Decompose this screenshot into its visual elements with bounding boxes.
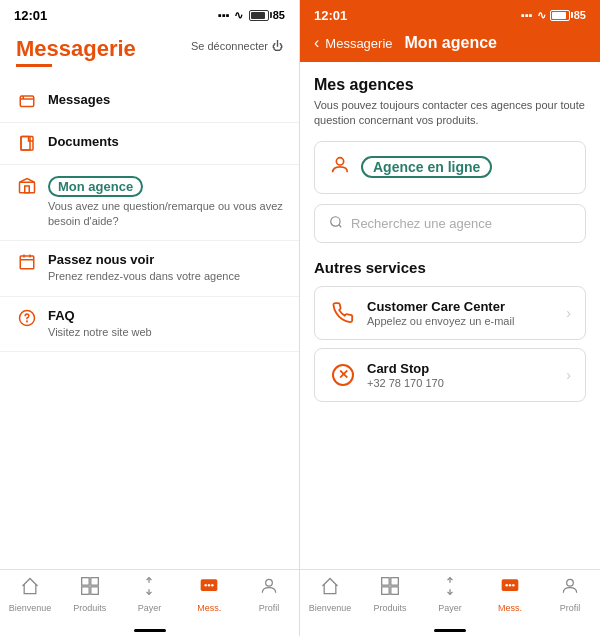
left-battery-level: 85 <box>273 9 285 21</box>
left-status-bar: 12:01 ▪▪▪ ∿ 85 <box>0 0 299 28</box>
left-nav-bienvenue-label: Bienvenue <box>9 603 52 613</box>
left-nav-mess-icon <box>199 576 219 601</box>
documents-text: Documents <box>48 134 119 149</box>
left-title: Messagerie <box>16 36 136 62</box>
wifi-icon: ∿ <box>234 9 243 22</box>
svg-point-25 <box>331 217 340 226</box>
menu-item-messages[interactable]: Messages <box>0 81 299 123</box>
mes-agences-title: Mes agences <box>314 76 586 94</box>
right-status-icons: ▪▪▪ ∿ 85 <box>521 9 586 22</box>
agence-en-ligne-card[interactable]: Agence en ligne <box>314 141 586 194</box>
mon-agence-title: Mon agence <box>48 176 143 197</box>
svg-point-23 <box>266 579 273 586</box>
right-nav-row: ‹ Messagerie Mon agence <box>300 28 600 62</box>
svg-rect-30 <box>391 587 399 595</box>
right-nav-mess[interactable]: Mess. <box>480 576 540 613</box>
left-nav-mess[interactable]: Mess. <box>179 576 239 613</box>
right-nav-produits-label: Produits <box>373 603 406 613</box>
customer-care-sub: Appelez ou envoyez un e-mail <box>367 315 556 327</box>
stop-icon: ✕ <box>332 364 354 386</box>
left-battery-icon <box>249 10 269 21</box>
left-nav-profil[interactable]: Profil <box>239 576 299 613</box>
left-bottom-nav: Bienvenue Produits Payer <box>0 569 299 623</box>
search-agence-bar[interactable]: Recherchez une agence <box>314 204 586 243</box>
documents-icon <box>16 135 38 153</box>
right-nav-bienvenue[interactable]: Bienvenue <box>300 576 360 613</box>
mon-agence-subtitle: Vous avez une question/remarque ou vous … <box>48 199 283 230</box>
card-stop-icon-wrap: ✕ <box>329 364 357 386</box>
card-stop-chevron: › <box>566 367 571 383</box>
service-customer-care[interactable]: Customer Care Center Appelez ou envoyez … <box>314 286 586 340</box>
right-status-bar: 12:01 ▪▪▪ ∿ 85 <box>300 0 600 28</box>
deconnecter-label: Se déconnecter <box>191 40 268 52</box>
svg-point-12 <box>27 321 28 322</box>
faq-subtitle: Visitez notre site web <box>48 325 152 340</box>
right-time: 12:01 <box>314 8 347 23</box>
right-nav-payer-label: Payer <box>438 603 462 613</box>
right-nav-mess-icon <box>500 576 520 601</box>
messages-text: Messages <box>48 92 110 107</box>
svg-rect-4 <box>21 136 33 150</box>
search-placeholder: Recherchez une agence <box>351 216 492 231</box>
right-battery-level: 85 <box>574 9 586 21</box>
power-icon: ⏻ <box>272 40 283 52</box>
left-nav-produits-label: Produits <box>73 603 106 613</box>
menu-item-faq[interactable]: FAQ Visitez notre site web <box>0 297 299 352</box>
svg-rect-14 <box>91 578 99 586</box>
right-home-indicator <box>434 629 466 632</box>
svg-rect-16 <box>91 587 99 595</box>
menu-item-passez-nous-voir[interactable]: Passez nous voir Prenez rendez-vous dans… <box>0 241 299 296</box>
svg-point-34 <box>505 584 508 587</box>
right-nav-produits[interactable]: Produits <box>360 576 420 613</box>
right-nav-bienvenue-label: Bienvenue <box>309 603 352 613</box>
documents-title: Documents <box>48 134 119 149</box>
title-underline <box>16 64 52 67</box>
right-nav-profil-label: Profil <box>560 603 581 613</box>
svg-point-37 <box>567 579 574 586</box>
svg-rect-27 <box>382 578 390 586</box>
right-signal-icon: ▪▪▪ <box>521 9 533 21</box>
mes-agences-subtitle: Vous pouvez toujours contacter ces agenc… <box>314 98 586 129</box>
svg-rect-13 <box>81 578 89 586</box>
messages-icon <box>16 93 38 111</box>
menu-item-documents[interactable]: Documents <box>0 123 299 165</box>
service-card-stop[interactable]: ✕ Card Stop +32 78 170 170 › <box>314 348 586 402</box>
svg-point-36 <box>512 584 515 587</box>
back-label[interactable]: Messagerie <box>325 36 392 51</box>
card-stop-text: Card Stop +32 78 170 170 <box>367 361 556 389</box>
left-nav-profil-icon <box>259 576 279 601</box>
svg-rect-6 <box>25 186 30 193</box>
left-nav-payer[interactable]: Payer <box>120 576 180 613</box>
svg-point-21 <box>208 584 211 587</box>
passez-nous-voir-icon <box>16 253 38 271</box>
right-nav-payer-icon <box>440 576 460 601</box>
customer-care-name: Customer Care Center <box>367 299 556 314</box>
right-nav-payer[interactable]: Payer <box>420 576 480 613</box>
back-button[interactable]: ‹ <box>314 34 319 52</box>
menu-item-mon-agence[interactable]: Mon agence Vous avez une question/remarq… <box>0 165 299 242</box>
left-nav-bienvenue-icon <box>20 576 40 601</box>
phone-icon-wrap <box>329 302 357 324</box>
left-header: Messagerie Se déconnecter ⏻ <box>0 28 299 77</box>
autres-services-title: Autres services <box>314 259 586 276</box>
left-nav-mess-label: Mess. <box>197 603 221 613</box>
left-nav-produits[interactable]: Produits <box>60 576 120 613</box>
agence-icon <box>329 154 351 181</box>
right-panel: 12:01 ▪▪▪ ∿ 85 ‹ Messagerie Mon agence M… <box>300 0 600 636</box>
mon-agence-text: Mon agence Vous avez une question/remarq… <box>48 176 283 230</box>
left-home-indicator <box>134 629 166 632</box>
messages-title: Messages <box>48 92 110 107</box>
signal-icon: ▪▪▪ <box>218 9 230 21</box>
right-nav-profil[interactable]: Profil <box>540 576 600 613</box>
svg-point-20 <box>205 584 208 587</box>
right-nav-profil-icon <box>560 576 580 601</box>
left-nav-bienvenue[interactable]: Bienvenue <box>0 576 60 613</box>
left-nav-payer-label: Payer <box>138 603 162 613</box>
deconnecter-button[interactable]: Se déconnecter ⏻ <box>191 36 283 52</box>
passez-nous-voir-subtitle: Prenez rendez-vous dans votre agence <box>48 269 240 284</box>
right-nav-produits-icon <box>380 576 400 601</box>
svg-point-22 <box>211 584 214 587</box>
svg-rect-7 <box>20 256 34 269</box>
left-nav-profil-label: Profil <box>259 603 280 613</box>
left-nav-produits-icon <box>80 576 100 601</box>
